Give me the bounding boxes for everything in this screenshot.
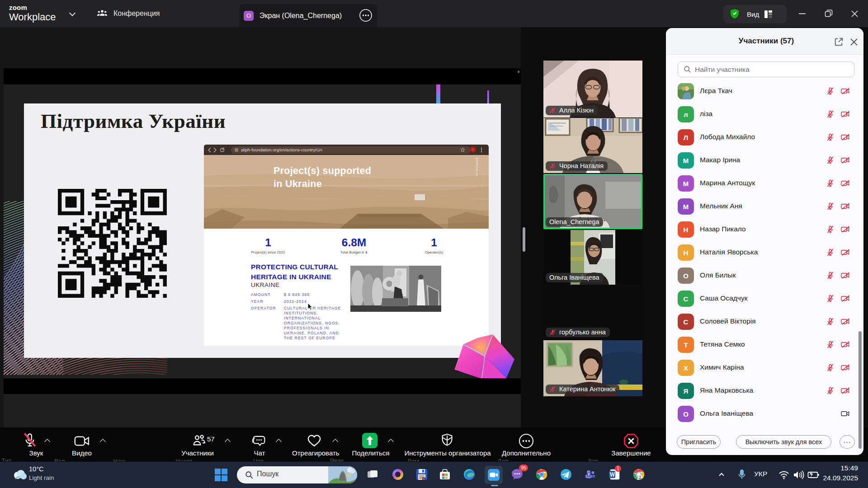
svg-text:64: 64	[423, 478, 425, 480]
